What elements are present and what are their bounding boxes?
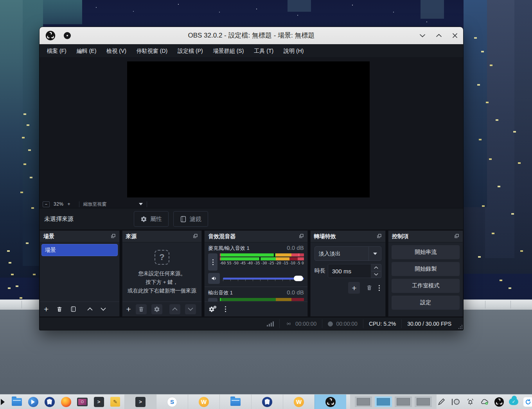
source-properties-button[interactable] [151,304,162,314]
trash-icon [138,306,144,312]
move-scene-down-button[interactable] [101,307,106,311]
close-button[interactable] [452,33,458,38]
notifications-bell-icon[interactable] [466,397,475,407]
move-scene-up-button[interactable] [87,307,93,311]
add-source-button[interactable]: + [126,305,131,313]
studio-mode-button[interactable]: 工作室模式 [392,279,460,293]
desktop-menu-button[interactable] [208,298,217,301]
taskbar-window-skype[interactable]: S [156,395,188,409]
taskbar-window-terminal[interactable]: > [124,395,156,409]
properties-button[interactable]: 屬性 [134,211,169,227]
popout-icon[interactable] [193,233,198,240]
menu-tools[interactable]: 工具 (T) [249,44,279,57]
select-dropdown-arrow[interactable] [368,247,381,260]
desktop-1[interactable] [355,396,372,407]
settings-button[interactable]: 設定 [392,296,460,310]
resize-grip[interactable] [457,323,462,329]
popout-icon[interactable] [299,233,304,240]
scenes-dock-titlebar[interactable]: 場景 [40,231,119,242]
remove-source-button[interactable] [136,304,147,314]
taskbar-window-brave[interactable] [251,395,283,409]
transition-select[interactable]: 淡入淡出 [315,246,382,261]
stylus-pen-icon[interactable] [437,397,446,407]
pin-icon[interactable] [62,30,72,41]
remove-transition-button[interactable] [366,285,372,291]
desktop-4[interactable] [415,396,432,407]
scene-list-item[interactable]: 場景 [41,244,118,256]
screen-recorder-launcher[interactable] [77,396,88,407]
file-manager-launcher[interactable] [11,396,22,407]
menubar: 檔案 (F) 編輯 (E) 檢視 (V) 停駐視窗 (D) 設定檔 (P) 場景… [40,44,463,58]
scene-filters-button[interactable] [70,306,76,312]
mixer-dock-titlebar[interactable]: 音效混音器 [205,231,307,242]
cloud-sync-icon[interactable] [480,397,489,407]
start-recording-button[interactable]: 開始錄製 [392,262,460,276]
notes-launcher[interactable]: ✎ [110,396,120,407]
sources-empty-line1: 您未設定任何來源。 [138,270,186,277]
obs-tray-icon[interactable] [494,397,504,407]
terminal-icon: > [135,397,146,407]
system-tray: ✓ [437,395,532,409]
menu-edit[interactable]: 編輯 (E) [72,44,102,57]
desktop-2-active[interactable] [375,396,392,407]
titlebar[interactable]: OBS 32.0.2 - 設定檔: 無標題 - 場景: 無標題 [40,27,463,44]
w-app-icon: W [294,397,304,407]
transition-properties-button[interactable] [379,285,380,291]
mega-cloud-icon[interactable]: ✓ [509,397,518,407]
mixer-menu-button[interactable] [225,306,226,312]
duration-input[interactable]: 300 ms [328,264,372,278]
add-scene-button[interactable]: + [44,305,49,313]
volume-slider-handle[interactable] [294,276,303,281]
sources-empty-state: ? 您未設定任何來源。 按下方 + 鍵， 或在此按下右鍵新增一個來源 [122,242,202,301]
filters-button[interactable]: 濾鏡 [173,211,208,227]
zoom-fit-label[interactable]: 縮放至視窗 [83,201,107,208]
popout-icon[interactable] [377,233,382,240]
zoom-in-button[interactable]: + [68,201,70,207]
mute-button[interactable] [208,273,220,284]
taskbar-window-wine-1[interactable]: W [188,395,219,409]
sources-dock-titlebar[interactable]: 來源 [122,231,202,242]
taskbar-window-wine-2[interactable]: W [283,395,315,409]
desktop-3[interactable] [395,396,412,407]
move-source-up-button[interactable] [169,304,180,314]
menu-docks[interactable]: 停駐視窗 (D) [131,44,173,57]
menu-view[interactable]: 檢視 (V) [101,44,131,57]
preview-canvas[interactable] [127,61,370,197]
wallpaper-window-lights [7,250,10,252]
preview-area[interactable] [40,58,463,201]
tablet-icon[interactable] [451,397,460,407]
volume-slider[interactable] [223,275,304,282]
advanced-audio-button[interactable] [208,306,215,312]
launcher-arrow-icon[interactable] [1,399,5,405]
maximize-button[interactable] [436,34,442,38]
brave-launcher[interactable] [44,396,55,407]
browser-launcher[interactable] [28,396,38,407]
menu-profile[interactable]: 設定檔 (P) [173,44,208,57]
duration-up-button[interactable] [371,264,381,271]
transitions-dock-title: 轉場特效 [314,233,336,240]
firefox-launcher[interactable] [61,396,71,407]
controls-dock-titlebar[interactable]: 控制項 [388,231,463,242]
transitions-dock-titlebar[interactable]: 轉場特效 [311,231,386,242]
duration-down-button[interactable] [371,271,381,278]
wallpaper-building [464,0,487,207]
zoom-out-button[interactable]: − [43,201,50,207]
terminal-launcher[interactable]: > [93,396,104,407]
popout-icon[interactable] [454,233,459,240]
source-toolbar: 未選擇來源 屬性 濾鏡 [40,208,463,230]
taskbar-window-file-manager[interactable] [219,395,251,409]
remove-scene-button[interactable] [56,306,63,312]
menu-help[interactable]: 說明 (H) [279,44,309,57]
menu-file[interactable]: 檔案 (F) [42,44,72,57]
zoom-dropdown-caret[interactable] [139,203,143,205]
start-streaming-button[interactable]: 開始串流 [392,245,460,259]
update-sync-icon[interactable] [523,397,532,407]
wallpaper-building [288,0,311,12]
popout-icon[interactable] [111,233,116,240]
taskbar-window-obs-active[interactable] [315,395,346,409]
add-transition-button[interactable]: + [348,282,360,294]
move-source-down-button[interactable] [185,304,196,314]
minimize-button[interactable] [419,34,426,38]
mic-menu-button[interactable] [208,253,217,271]
menu-scene-collection[interactable]: 場景群組 (S) [208,44,249,57]
